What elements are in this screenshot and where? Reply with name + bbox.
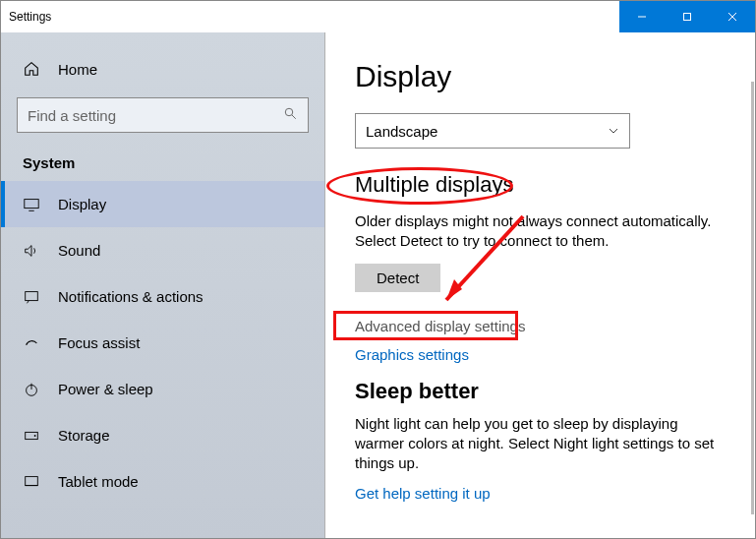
sound-icon <box>23 242 42 260</box>
home-label: Home <box>58 61 97 78</box>
window-controls <box>619 1 755 32</box>
detect-button[interactable]: Detect <box>355 264 440 292</box>
home-icon <box>23 60 42 78</box>
minimize-button[interactable] <box>619 1 665 32</box>
power-icon <box>23 381 42 398</box>
page-title: Display <box>355 60 726 93</box>
nav-storage[interactable]: Storage <box>1 412 324 458</box>
chevron-down-icon <box>608 123 619 140</box>
svg-rect-6 <box>25 199 38 208</box>
notifications-icon <box>23 288 42 306</box>
svg-point-12 <box>34 435 36 437</box>
storage-icon <box>23 427 42 445</box>
nav-label: Focus assist <box>58 334 140 351</box>
orientation-value: Landscape <box>366 123 437 140</box>
titlebar: Settings <box>1 1 755 32</box>
nav-label: Tablet mode <box>58 473 139 490</box>
nav-power-sleep[interactable]: Power & sleep <box>1 366 324 412</box>
tablet-icon <box>23 473 42 491</box>
sidebar: Home System Display Sound Notifications <box>1 32 325 538</box>
svg-rect-8 <box>26 291 38 300</box>
nav-focus-assist[interactable]: Focus assist <box>1 320 324 366</box>
svg-line-5 <box>292 115 296 119</box>
orientation-dropdown[interactable]: Landscape <box>355 113 630 149</box>
focus-icon <box>23 334 42 352</box>
scrollbar[interactable] <box>745 32 755 538</box>
main-panel: Display Landscape Multiple displays Olde… <box>325 32 755 538</box>
svg-rect-1 <box>684 14 691 21</box>
sleep-better-text: Night light can help you get to sleep by… <box>355 414 726 474</box>
sleep-better-heading: Sleep better <box>355 379 726 404</box>
window-title: Settings <box>9 10 51 24</box>
section-label: System <box>1 150 324 181</box>
nav-label: Notifications & actions <box>58 288 204 305</box>
nav-label: Power & sleep <box>58 381 153 397</box>
nav-label: Storage <box>58 427 110 444</box>
multiple-displays-heading: Multiple displays <box>355 172 726 198</box>
maximize-button[interactable] <box>665 1 710 32</box>
display-icon <box>23 196 42 213</box>
home-nav[interactable]: Home <box>1 50 324 88</box>
nav-sound[interactable]: Sound <box>1 227 324 273</box>
settings-window: Settings Home System Display <box>0 0 756 539</box>
content-area: Home System Display Sound Notifications <box>1 32 755 538</box>
scrollbar-thumb[interactable] <box>751 82 754 514</box>
advanced-display-link[interactable]: Advanced display settings <box>355 318 726 334</box>
nav-display[interactable]: Display <box>1 181 324 227</box>
svg-rect-13 <box>26 476 38 485</box>
nav-tablet-mode[interactable]: Tablet mode <box>1 458 324 505</box>
search-icon <box>283 106 298 124</box>
svg-point-4 <box>285 108 293 116</box>
nav-label: Sound <box>58 242 100 259</box>
multiple-displays-text: Older displays might not always connect … <box>355 211 726 252</box>
sleep-help-link[interactable]: Get help setting it up <box>355 485 726 502</box>
nav-label: Display <box>58 196 106 212</box>
close-button[interactable] <box>710 1 755 32</box>
graphics-settings-link[interactable]: Graphics settings <box>355 346 726 363</box>
search-box[interactable] <box>17 97 309 133</box>
search-input[interactable] <box>28 107 283 124</box>
nav-notifications[interactable]: Notifications & actions <box>1 273 324 320</box>
nav-list: Display Sound Notifications & actions Fo… <box>1 181 324 505</box>
